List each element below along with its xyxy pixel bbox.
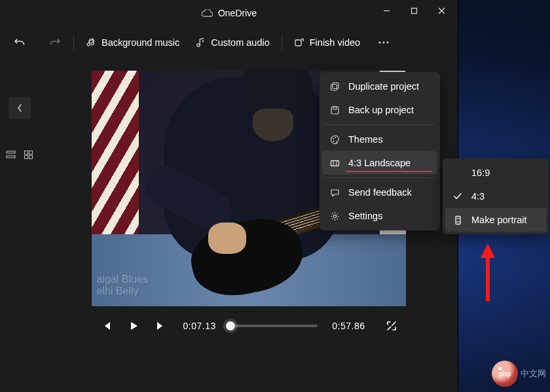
back-button[interactable] — [9, 97, 31, 119]
toolbar-divider — [73, 35, 74, 50]
duplicate-icon — [329, 82, 340, 92]
submenu-4-3[interactable]: 4:3 — [445, 185, 546, 208]
menu-backup-project[interactable]: Back up project — [322, 98, 437, 122]
submenu-label: Make portrait — [471, 215, 527, 225]
toolbar: Background music Custom audio Finish vid… — [0, 26, 458, 59]
total-time: 0:57.86 — [332, 321, 365, 331]
close-button[interactable] — [428, 0, 455, 21]
feedback-icon — [329, 188, 340, 198]
svg-rect-11 — [25, 151, 28, 154]
menu-separator — [323, 124, 436, 125]
svg-rect-16 — [331, 84, 337, 90]
svg-rect-26 — [456, 216, 460, 224]
more-button[interactable] — [372, 31, 395, 54]
window-title: OneDrive — [218, 8, 257, 18]
list-view-icon[interactable] — [5, 149, 16, 160]
annotation-arrow — [481, 243, 495, 301]
aspect-submenu: 16:9 4:3 Make portrait — [443, 158, 549, 234]
svg-rect-12 — [29, 151, 33, 154]
menu-label: Duplicate project — [348, 81, 419, 92]
menu-label: 4:3 Landscape — [348, 158, 411, 168]
background-music-label: Background music — [101, 37, 179, 48]
svg-point-25 — [333, 215, 336, 217]
music-icon — [86, 37, 96, 48]
portrait-icon — [452, 215, 464, 225]
gear-icon — [329, 211, 340, 221]
svg-point-7 — [383, 42, 385, 44]
menu-label: Send feedback — [348, 187, 412, 198]
menu-separator — [323, 177, 436, 178]
player-controls: 0:07.13 0:57.86 — [92, 306, 406, 346]
check-icon — [452, 192, 464, 201]
svg-point-6 — [379, 42, 381, 44]
toolbar-divider — [282, 35, 282, 50]
svg-rect-5 — [295, 40, 301, 46]
submenu-label: 16:9 — [471, 168, 490, 178]
maximize-button[interactable] — [400, 0, 428, 21]
next-frame-button[interactable] — [149, 314, 173, 338]
menu-aspect-ratio[interactable]: 4:3 Landscape — [322, 151, 437, 175]
onedrive-cloud-icon — [201, 9, 213, 17]
svg-rect-15 — [333, 82, 339, 88]
undo-button[interactable] — [8, 31, 31, 54]
php-logo-icon: php — [492, 361, 518, 387]
custom-audio-button[interactable]: Custom audio — [190, 33, 274, 52]
badge-text: 中文网 — [521, 368, 546, 380]
export-icon — [294, 37, 304, 48]
svg-point-19 — [333, 138, 334, 139]
redo-button[interactable] — [43, 31, 67, 54]
menu-settings[interactable]: Settings — [322, 204, 437, 228]
svg-rect-10 — [7, 156, 15, 158]
svg-rect-14 — [29, 156, 33, 159]
themes-icon — [329, 135, 340, 145]
window-controls — [373, 0, 455, 21]
svg-rect-17 — [331, 107, 339, 114]
svg-point-4 — [197, 44, 200, 46]
minimize-button[interactable] — [373, 0, 400, 21]
menu-duplicate-project[interactable]: Duplicate project — [322, 75, 437, 98]
svg-rect-9 — [7, 151, 15, 153]
submenu-16-9[interactable]: 16:9 — [445, 161, 546, 185]
svg-point-21 — [333, 141, 334, 142]
menu-themes[interactable]: Themes — [322, 128, 437, 151]
seek-thumb[interactable] — [226, 321, 235, 330]
custom-audio-label: Custom audio — [211, 37, 269, 48]
background-music-button[interactable]: Background music — [81, 33, 185, 52]
grid-view-icon[interactable] — [23, 149, 34, 160]
menu-label: Themes — [348, 134, 382, 145]
submenu-make-portrait[interactable]: Make portrait — [445, 208, 546, 232]
seek-track[interactable] — [230, 325, 318, 327]
left-rail — [0, 59, 39, 392]
menu-label: Settings — [348, 211, 382, 221]
svg-rect-13 — [25, 156, 28, 159]
titlebar: OneDrive — [0, 0, 458, 26]
prev-frame-button[interactable] — [94, 314, 118, 338]
current-time: 0:07.13 — [183, 321, 216, 331]
fullscreen-button[interactable] — [380, 314, 403, 338]
annotation-underline — [346, 171, 432, 172]
svg-rect-18 — [333, 107, 337, 109]
finish-video-button[interactable]: Finish video — [289, 33, 365, 52]
menu-send-feedback[interactable]: Send feedback — [322, 181, 437, 204]
video-watermark: aigal Blues elhi Belly — [97, 274, 148, 297]
play-button[interactable] — [122, 314, 145, 338]
backup-icon — [329, 105, 340, 115]
svg-rect-22 — [331, 160, 339, 166]
watermark-badge: php 中文网 — [492, 361, 546, 387]
svg-rect-1 — [411, 8, 416, 13]
menu-label: Back up project — [348, 105, 414, 115]
aspect-icon — [329, 158, 340, 168]
svg-point-8 — [387, 42, 389, 44]
submenu-label: 4:3 — [471, 191, 485, 202]
svg-point-20 — [335, 137, 336, 138]
audio-icon — [195, 37, 206, 48]
more-menu: Duplicate project Back up project Themes… — [320, 72, 440, 230]
finish-video-label: Finish video — [310, 37, 360, 48]
